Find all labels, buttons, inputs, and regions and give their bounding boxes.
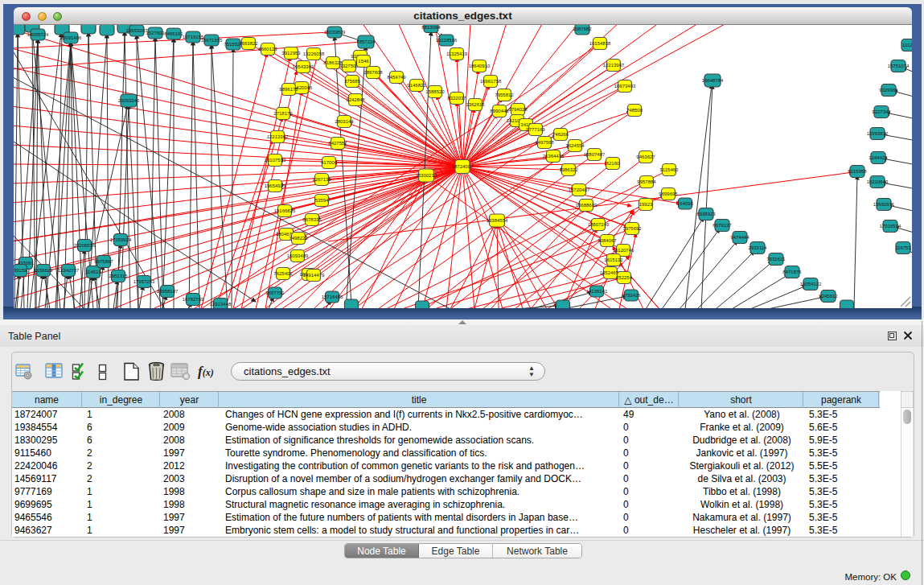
svg-text:9329966: 9329966 bbox=[879, 88, 898, 93]
svg-text:8471876: 8471876 bbox=[782, 270, 802, 274]
svg-text:1527602: 1527602 bbox=[146, 31, 165, 35]
svg-text:8215958: 8215958 bbox=[848, 169, 867, 174]
svg-text:9777169: 9777169 bbox=[526, 127, 545, 132]
svg-text:12213362: 12213362 bbox=[267, 134, 289, 139]
svg-text:1156829: 1156829 bbox=[35, 268, 54, 273]
svg-text:8813094: 8813094 bbox=[421, 25, 441, 30]
svg-text:7663822: 7663822 bbox=[239, 41, 258, 46]
svg-text:8660123: 8660123 bbox=[258, 47, 277, 51]
svg-text:10688609: 10688609 bbox=[576, 203, 598, 208]
svg-text:9227342: 9227342 bbox=[872, 109, 891, 114]
svg-text:53594: 53594 bbox=[315, 198, 329, 203]
svg-text:16648784: 16648784 bbox=[702, 78, 724, 83]
svg-text:9896178: 9896178 bbox=[279, 87, 298, 92]
svg-text:15716485: 15716485 bbox=[322, 295, 343, 299]
svg-text:10543362: 10543362 bbox=[293, 64, 314, 69]
svg-text:114519: 114519 bbox=[85, 270, 101, 274]
svg-text:9327508: 9327508 bbox=[339, 64, 359, 68]
svg-text:164095: 164095 bbox=[677, 201, 694, 206]
svg-text:6679137: 6679137 bbox=[713, 223, 732, 228]
svg-text:14914479: 14914479 bbox=[303, 273, 325, 278]
svg-text:20053346: 20053346 bbox=[118, 98, 140, 103]
svg-text:15720407: 15720407 bbox=[569, 187, 590, 192]
svg-text:3912953: 3912953 bbox=[281, 51, 301, 56]
svg-text:9463627: 9463627 bbox=[636, 154, 655, 159]
svg-text:16093489: 16093489 bbox=[287, 253, 309, 258]
svg-text:9084067: 9084067 bbox=[598, 238, 617, 243]
svg-text:1588520: 1588520 bbox=[425, 89, 445, 94]
svg-text:20206576: 20206576 bbox=[74, 243, 96, 248]
svg-text:17957253: 17957253 bbox=[133, 279, 155, 284]
svg-text:12342737: 12342737 bbox=[58, 268, 80, 273]
svg-text:19654925: 19654925 bbox=[265, 183, 286, 188]
svg-text:1546: 1546 bbox=[358, 59, 369, 64]
svg-text:1615132: 1615132 bbox=[604, 257, 623, 262]
svg-text:20091406: 20091406 bbox=[60, 35, 82, 40]
svg-text:14055724: 14055724 bbox=[27, 32, 49, 37]
svg-text:7975692: 7975692 bbox=[622, 226, 642, 231]
svg-text:2803144: 2803144 bbox=[335, 119, 354, 124]
svg-text:8938923: 8938923 bbox=[696, 212, 716, 216]
svg-text:8678335: 8678335 bbox=[302, 217, 322, 222]
svg-text:10653267: 10653267 bbox=[126, 28, 148, 33]
svg-text:6794028: 6794028 bbox=[508, 107, 528, 112]
svg-text:19923: 19923 bbox=[639, 202, 653, 207]
svg-text:62160: 62160 bbox=[606, 161, 620, 166]
svg-text:9957884: 9957884 bbox=[637, 179, 656, 184]
svg-text:17359924: 17359924 bbox=[110, 237, 132, 242]
svg-text:2718170: 2718170 bbox=[273, 111, 293, 116]
svg-text:13692971: 13692971 bbox=[873, 202, 895, 207]
svg-text:18724007: 18724007 bbox=[452, 164, 474, 169]
svg-text:748500: 748500 bbox=[626, 108, 643, 113]
svg-text:417006: 417006 bbox=[321, 160, 338, 165]
svg-text:9975867: 9975867 bbox=[94, 259, 113, 264]
svg-text:3624554: 3624554 bbox=[565, 143, 585, 148]
svg-text:18807249: 18807249 bbox=[588, 222, 610, 227]
svg-text:16961758: 16961758 bbox=[480, 79, 502, 84]
svg-text:13226058: 13226058 bbox=[303, 51, 325, 56]
svg-text:8427552: 8427552 bbox=[328, 141, 347, 146]
svg-text:16210643: 16210643 bbox=[867, 179, 889, 184]
svg-text:375685: 375685 bbox=[344, 79, 361, 84]
svg-text:25300213: 25300213 bbox=[416, 173, 437, 178]
svg-text:7857224: 7857224 bbox=[356, 39, 376, 44]
svg-text:6497568: 6497568 bbox=[535, 140, 554, 145]
svg-text:9699695: 9699695 bbox=[659, 192, 678, 196]
svg-text:10973493: 10973493 bbox=[614, 84, 636, 89]
svg-text:9245612: 9245612 bbox=[819, 294, 838, 299]
svg-text:16120746: 16120746 bbox=[613, 248, 634, 253]
svg-text:2867608: 2867608 bbox=[363, 70, 383, 75]
svg-text:2933114: 2933114 bbox=[749, 245, 768, 250]
svg-text:19218506: 19218506 bbox=[436, 38, 458, 43]
svg-text:19384554: 19384554 bbox=[487, 218, 508, 223]
svg-text:7625402: 7625402 bbox=[273, 271, 293, 276]
svg-text:746266: 746266 bbox=[552, 132, 569, 137]
svg-text:9657791: 9657791 bbox=[265, 290, 285, 295]
svg-text:252254: 252254 bbox=[616, 275, 633, 280]
svg-text:15751074: 15751074 bbox=[888, 64, 910, 68]
svg-text:3267130: 3267130 bbox=[312, 177, 331, 182]
svg-text:9115460: 9115460 bbox=[660, 167, 680, 172]
svg-text:9242848: 9242848 bbox=[346, 97, 365, 102]
svg-text:2951315: 2951315 bbox=[109, 274, 128, 278]
svg-text:2087682: 2087682 bbox=[573, 27, 592, 31]
svg-text:1362615: 1362615 bbox=[466, 102, 485, 107]
svg-text:7498222: 7498222 bbox=[289, 236, 308, 241]
svg-text:18640910: 18640910 bbox=[469, 64, 491, 68]
svg-text:16782759: 16782759 bbox=[183, 297, 204, 302]
svg-text:11325419: 11325419 bbox=[446, 51, 468, 56]
svg-text:10958107: 10958107 bbox=[157, 289, 179, 294]
svg-text:8990448: 8990448 bbox=[490, 109, 509, 113]
svg-text:16033809: 16033809 bbox=[324, 30, 346, 35]
svg-text:7986322: 7986322 bbox=[559, 167, 578, 172]
svg-text:116753: 116753 bbox=[895, 245, 911, 250]
svg-text:1733426: 1733426 bbox=[622, 293, 641, 298]
svg-text:17016504: 17016504 bbox=[880, 224, 901, 229]
svg-text:9474444: 9474444 bbox=[730, 235, 749, 240]
svg-text:12093832: 12093832 bbox=[867, 131, 889, 136]
svg-text:16671355: 16671355 bbox=[201, 38, 223, 43]
svg-text:8322037: 8322037 bbox=[447, 96, 466, 101]
svg-text:12923448: 12923448 bbox=[210, 302, 232, 307]
svg-text:10807487: 10807487 bbox=[584, 152, 606, 157]
svg-text:14136141: 14136141 bbox=[586, 289, 608, 294]
